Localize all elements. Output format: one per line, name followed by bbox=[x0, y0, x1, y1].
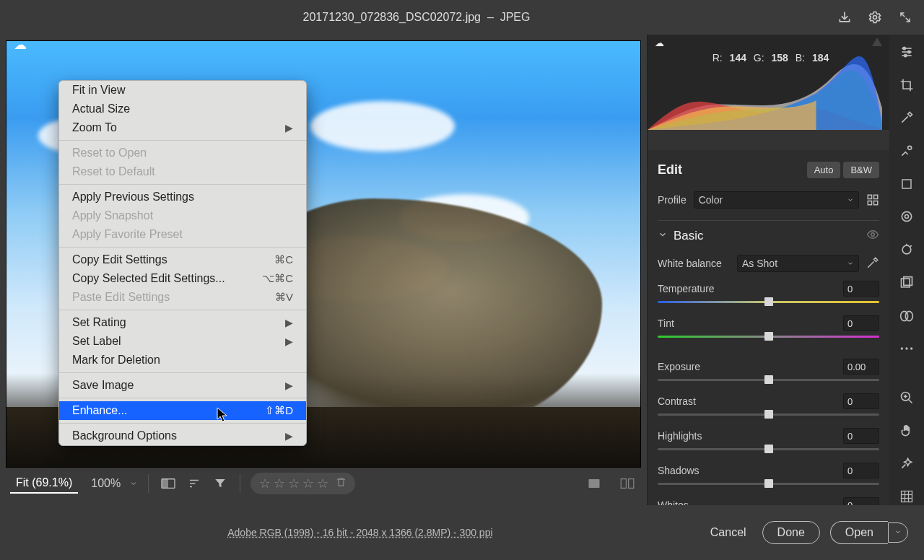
menu-item-fit-in-view[interactable]: Fit in View bbox=[59, 81, 306, 100]
single-view-icon[interactable] bbox=[585, 474, 603, 493]
white-balance-select[interactable]: As Shot bbox=[737, 255, 859, 272]
context-menu: Fit in ViewActual SizeZoom To▶Reset to O… bbox=[58, 80, 307, 446]
exposure-value[interactable]: 0.00 bbox=[843, 359, 879, 375]
chevron-down-icon bbox=[129, 479, 138, 488]
action-bar: Adobe RGB (1998) - 16 bit - 2048 x 1366 … bbox=[0, 505, 924, 560]
menu-item-copy-selected-edit-settings[interactable]: Copy Selected Edit Settings...⌥⌘C bbox=[59, 269, 306, 288]
image-metadata-summary[interactable]: Adobe RGB (1998) - 16 bit - 2048 x 1366 … bbox=[227, 522, 492, 538]
more-icon[interactable] bbox=[897, 340, 916, 357]
basic-section-header[interactable]: Basic bbox=[658, 220, 879, 250]
star-1[interactable]: ☆ bbox=[259, 476, 271, 491]
menu-item-apply-previous-settings[interactable]: Apply Previous Settings bbox=[59, 188, 306, 206]
submenu-arrow-icon: ▶ bbox=[285, 380, 293, 391]
menu-shortcut: ⌥⌘C bbox=[262, 272, 293, 285]
highlights-value[interactable]: 0 bbox=[843, 428, 879, 444]
star-3[interactable]: ☆ bbox=[288, 476, 300, 491]
radial-mask-icon[interactable] bbox=[897, 209, 916, 226]
eyedropper-icon[interactable] bbox=[866, 256, 879, 271]
temperature-value[interactable]: 0 bbox=[843, 281, 879, 297]
slider-exposure: Exposure0.00 bbox=[658, 354, 879, 389]
slider-contrast: Contrast0 bbox=[658, 389, 879, 424]
whites-value[interactable]: 0 bbox=[843, 497, 879, 505]
trash-icon[interactable] bbox=[336, 476, 346, 491]
ai-denoise-icon[interactable] bbox=[897, 455, 916, 473]
menu-item-save-image[interactable]: Save Image▶ bbox=[59, 376, 306, 395]
star-5[interactable]: ☆ bbox=[317, 476, 328, 491]
menu-item-set-label[interactable]: Set Label▶ bbox=[59, 332, 306, 351]
svg-point-20 bbox=[908, 146, 912, 149]
submenu-arrow-icon: ▶ bbox=[285, 336, 293, 347]
svg-point-15 bbox=[903, 47, 905, 49]
cancel-button[interactable]: Cancel bbox=[705, 522, 752, 543]
menu-item-set-rating[interactable]: Set Rating▶ bbox=[59, 313, 306, 332]
mask-square-icon[interactable] bbox=[897, 175, 916, 193]
tint-slider[interactable] bbox=[658, 331, 879, 341]
tint-value[interactable]: 0 bbox=[843, 315, 879, 331]
slider-tint: Tint0 bbox=[658, 311, 879, 346]
bw-button[interactable]: B&W bbox=[843, 162, 879, 178]
auto-button[interactable]: Auto bbox=[807, 162, 841, 178]
eyedropper-tool-icon[interactable] bbox=[897, 109, 916, 126]
histogram[interactable]: ☁ R: 144 G: 158 B: 184 bbox=[648, 35, 889, 130]
contrast-value[interactable]: 0 bbox=[843, 393, 879, 409]
slider-temperature: Temperature0 bbox=[658, 276, 879, 311]
slider-highlights: Highlights0 bbox=[658, 424, 879, 458]
before-after-view-icon[interactable] bbox=[159, 474, 178, 493]
star-4[interactable]: ☆ bbox=[302, 476, 314, 491]
svg-rect-21 bbox=[902, 180, 911, 188]
zoom-percent-dropdown[interactable]: 100% bbox=[85, 474, 138, 493]
open-button-dropdown[interactable] bbox=[888, 522, 908, 543]
submenu-arrow-icon: ▶ bbox=[285, 122, 293, 134]
filename: 20171230_072836_DSC02072.jpg bbox=[303, 11, 481, 23]
zoom-tool-icon[interactable] bbox=[897, 389, 916, 406]
menu-item-actual-size[interactable]: Actual Size bbox=[59, 100, 306, 118]
fullscreen-icon[interactable] bbox=[895, 7, 915, 27]
profile-browser-icon[interactable] bbox=[866, 193, 879, 206]
histogram-clip-shadow-icon: ☁ bbox=[14, 40, 27, 53]
presets-loop-icon[interactable] bbox=[897, 307, 916, 325]
done-button[interactable]: Done bbox=[762, 521, 820, 544]
redeye-icon[interactable] bbox=[897, 241, 916, 258]
download-icon[interactable] bbox=[834, 7, 855, 27]
open-button[interactable]: Open bbox=[830, 521, 888, 544]
heal-brush-icon[interactable] bbox=[897, 142, 916, 159]
menu-item-mark-for-deletion[interactable]: Mark for Deletion bbox=[59, 351, 306, 369]
svg-rect-2 bbox=[162, 479, 168, 489]
menu-item-apply-favorite-preset: Apply Favorite Preset bbox=[59, 225, 306, 244]
contrast-slider[interactable] bbox=[658, 409, 879, 419]
rating-stars: ☆ ☆ ☆ ☆ ☆ bbox=[250, 473, 355, 494]
shadows-slider[interactable] bbox=[658, 478, 879, 489]
hand-tool-icon[interactable] bbox=[897, 422, 916, 439]
submenu-arrow-icon: ▶ bbox=[285, 430, 293, 442]
menu-item-apply-snapshot: Apply Snapshot bbox=[59, 206, 306, 225]
star-2[interactable]: ☆ bbox=[274, 476, 285, 491]
highlights-slider[interactable] bbox=[658, 444, 879, 454]
svg-point-17 bbox=[908, 51, 910, 53]
gear-icon[interactable] bbox=[865, 7, 885, 27]
histogram-graph bbox=[648, 35, 882, 130]
menu-item-zoom-to[interactable]: Zoom To▶ bbox=[59, 118, 306, 137]
shadows-value[interactable]: 0 bbox=[843, 463, 879, 478]
menu-shortcut: ⌘C bbox=[274, 253, 293, 266]
menu-item-copy-edit-settings[interactable]: Copy Edit Settings⌘C bbox=[59, 250, 306, 269]
edit-header: Edit Auto B&W bbox=[658, 156, 879, 187]
sort-icon[interactable] bbox=[185, 474, 204, 493]
grid-view-icon[interactable] bbox=[897, 488, 916, 505]
crop-icon[interactable] bbox=[897, 76, 916, 94]
profile-select[interactable]: Color bbox=[694, 191, 859, 209]
svg-rect-12 bbox=[874, 201, 878, 205]
temperature-slider[interactable] bbox=[658, 297, 879, 307]
edit-sliders-icon[interactable] bbox=[897, 43, 916, 61]
exposure-slider[interactable] bbox=[658, 375, 879, 385]
filter-icon[interactable] bbox=[211, 474, 230, 493]
svg-rect-36 bbox=[902, 491, 912, 502]
file-format: JPEG bbox=[500, 11, 531, 23]
svg-point-23 bbox=[905, 215, 909, 219]
menu-item-enhance[interactable]: Enhance...⇧⌘D bbox=[59, 401, 306, 420]
visibility-toggle-icon[interactable] bbox=[866, 228, 879, 243]
snapshots-icon[interactable] bbox=[897, 274, 916, 292]
split-view-icon[interactable] bbox=[618, 474, 637, 493]
menu-item-background-options[interactable]: Background Options▶ bbox=[59, 426, 306, 445]
zoom-fit-button[interactable]: Fit (69.1%) bbox=[10, 473, 78, 494]
open-button-group: Open bbox=[830, 521, 908, 544]
